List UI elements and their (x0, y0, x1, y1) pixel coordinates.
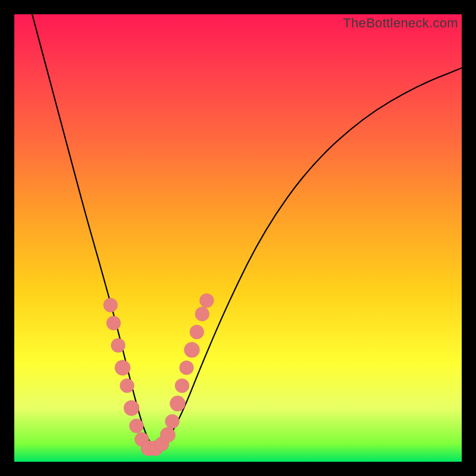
curve-marker (170, 396, 185, 411)
curve-marker (180, 361, 194, 375)
curve-marker (190, 325, 204, 339)
curve-marker (120, 378, 134, 393)
curve-marker (115, 360, 130, 375)
curve-marker (199, 293, 214, 308)
curve-marker (107, 316, 121, 330)
curve-marker (104, 298, 118, 312)
curve-marker (195, 307, 209, 321)
curve-marker (111, 339, 126, 353)
curve-marker (160, 427, 176, 443)
bottleneck-curve (32, 14, 462, 448)
curve-marker (129, 419, 143, 433)
curve-marker (165, 414, 180, 428)
curve-marker (184, 342, 199, 358)
curve-marker (175, 378, 189, 393)
curve-marker (124, 400, 139, 416)
chart-frame: TheBottleneck.com (14, 14, 462, 462)
chart-overlay (14, 14, 462, 462)
